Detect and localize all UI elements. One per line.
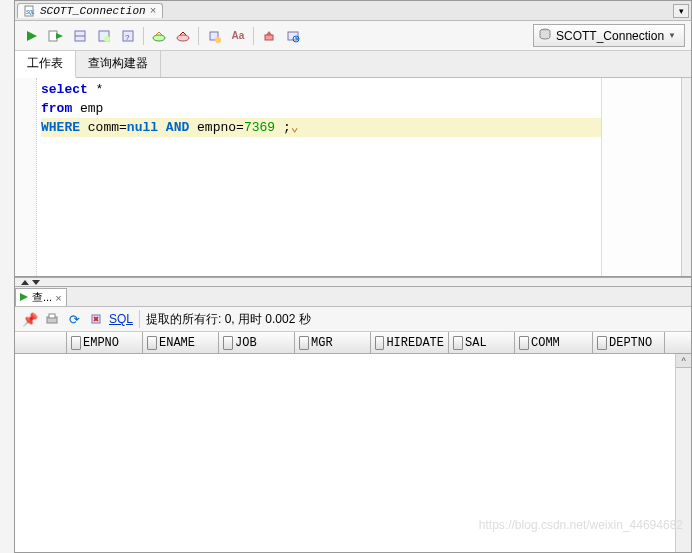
- column-header-sal[interactable]: SAL: [449, 332, 515, 353]
- column-icon: [453, 336, 463, 350]
- scroll-up-icon[interactable]: ^: [676, 354, 691, 368]
- svg-point-12: [177, 35, 189, 41]
- sql-text-button[interactable]: SQL: [109, 312, 133, 326]
- refresh-button[interactable]: ⟳: [65, 310, 83, 328]
- close-icon[interactable]: ×: [55, 292, 61, 304]
- column-label: JOB: [235, 336, 257, 350]
- editor-right-margin: [601, 78, 681, 276]
- unshared-worksheet-button[interactable]: [203, 25, 225, 47]
- toolbar-separator: [198, 27, 199, 45]
- toolbar-separator: [143, 27, 144, 45]
- commit-button[interactable]: [148, 25, 170, 47]
- column-header-hiredate[interactable]: HIREDATE: [371, 332, 449, 353]
- svg-marker-20: [20, 293, 28, 301]
- file-tab-title: SCOTT_Connection: [40, 5, 146, 17]
- result-status-text: 提取的所有行: 0, 用时 0.002 秒: [146, 311, 311, 328]
- svg-marker-2: [27, 31, 37, 41]
- column-label: EMPNO: [83, 336, 119, 350]
- close-icon[interactable]: ×: [150, 5, 157, 17]
- toolbar-separator: [139, 310, 140, 328]
- svg-marker-4: [56, 33, 63, 39]
- column-icon: [223, 336, 233, 350]
- clear-button[interactable]: [258, 25, 280, 47]
- explain-plan-button[interactable]: [69, 25, 91, 47]
- svg-rect-22: [49, 314, 55, 318]
- column-header-ename[interactable]: ENAME: [143, 332, 219, 353]
- result-tab-label: 查...: [32, 290, 52, 305]
- results-grid-body: ^ https://blog.csdn.net/weixin_44694682: [15, 354, 691, 552]
- file-tab-scott[interactable]: SQL SCOTT_Connection ×: [17, 3, 163, 18]
- sql-history-button[interactable]: [282, 25, 304, 47]
- column-label: MGR: [311, 336, 333, 350]
- tab-query-builder[interactable]: 查询构建器: [76, 51, 161, 77]
- code-area[interactable]: select * from emp WHERE comm=null AND em…: [37, 78, 601, 276]
- column-icon: [299, 336, 309, 350]
- column-icon: [147, 336, 157, 350]
- column-header-empno[interactable]: EMPNO: [67, 332, 143, 353]
- sql-editor[interactable]: select * from emp WHERE comm=null AND em…: [15, 78, 691, 277]
- column-header-deptno[interactable]: DEPTNO: [593, 332, 665, 353]
- column-header-comm[interactable]: COMM: [515, 332, 593, 353]
- column-label: ENAME: [159, 336, 195, 350]
- column-icon: [597, 336, 607, 350]
- tab-overflow-button[interactable]: ▾: [673, 4, 689, 18]
- row-header-corner: [15, 332, 67, 353]
- svg-point-11: [153, 35, 165, 41]
- tab-query-result[interactable]: 查... ×: [15, 288, 67, 306]
- connection-name: SCOTT_Connection: [556, 29, 664, 43]
- toolbar-separator: [253, 27, 254, 45]
- column-icon: [519, 336, 529, 350]
- delete-button[interactable]: [87, 310, 105, 328]
- results-toolbar: 📌 ⟳ SQL 提取的所有行: 0, 用时 0.002 秒: [15, 307, 691, 332]
- expand-down-icon[interactable]: [32, 280, 40, 285]
- expand-up-icon[interactable]: [21, 280, 29, 285]
- database-icon: [538, 27, 552, 44]
- tab-worksheet[interactable]: 工作表: [15, 51, 76, 78]
- column-icon: [375, 336, 384, 350]
- column-header-mgr[interactable]: MGR: [295, 332, 371, 353]
- svg-point-14: [215, 37, 221, 43]
- column-label: SAL: [465, 336, 487, 350]
- sql-developer-window: SQL SCOTT_Connection × ▾ ? Aa SCOTT_Conn…: [14, 0, 692, 553]
- sql-file-icon: SQL: [24, 5, 36, 17]
- run-script-button[interactable]: [45, 25, 67, 47]
- run-icon: [19, 292, 29, 304]
- column-label: HIREDATE: [386, 336, 444, 350]
- cursor-marker: ⌄: [291, 120, 299, 135]
- editor-gutter: [15, 78, 37, 276]
- rollback-button[interactable]: [172, 25, 194, 47]
- svg-text:SQL: SQL: [26, 10, 35, 16]
- column-icon: [71, 336, 81, 350]
- watermark-text: https://blog.csdn.net/weixin_44694682: [479, 518, 683, 532]
- sql-tuning-button[interactable]: ?: [117, 25, 139, 47]
- autotrace-button[interactable]: [93, 25, 115, 47]
- column-header-job[interactable]: JOB: [219, 332, 295, 353]
- svg-rect-3: [49, 31, 57, 41]
- splitter-handle[interactable]: [15, 277, 691, 287]
- editor-tab-bar: SQL SCOTT_Connection × ▾: [15, 1, 691, 21]
- run-button[interactable]: [21, 25, 43, 47]
- toggle-case-button[interactable]: Aa: [227, 25, 249, 47]
- connection-selector[interactable]: SCOTT_Connection: [533, 24, 685, 47]
- worksheet-sub-tabs: 工作表 查询构建器: [15, 51, 691, 78]
- svg-marker-16: [266, 31, 272, 35]
- results-tab-bar: 查... ×: [15, 287, 691, 307]
- svg-point-8: [104, 36, 110, 42]
- print-button[interactable]: [43, 310, 61, 328]
- column-label: DEPTNO: [609, 336, 652, 350]
- pin-button[interactable]: 📌: [21, 310, 39, 328]
- svg-rect-15: [265, 35, 273, 40]
- column-label: COMM: [531, 336, 560, 350]
- editor-overview-ruler: [681, 78, 691, 276]
- main-toolbar: ? Aa SCOTT_Connection: [15, 21, 691, 51]
- svg-text:?: ?: [125, 33, 130, 42]
- results-grid-header: EMPNOENAMEJOBMGRHIREDATESALCOMMDEPTNO: [15, 332, 691, 354]
